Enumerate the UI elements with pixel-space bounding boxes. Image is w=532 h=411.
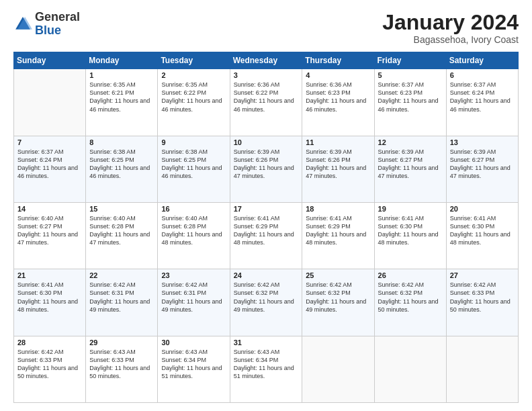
day-number: 16 — [161, 205, 226, 213]
logo: General Blue — [13, 11, 80, 38]
day-number: 21 — [17, 271, 82, 279]
calendar-cell: 13Sunrise: 6:39 AM Sunset: 6:27 PM Dayli… — [446, 136, 518, 202]
day-info: Sunrise: 6:41 AM Sunset: 6:29 PM Dayligh… — [306, 214, 370, 247]
day-number: 12 — [378, 138, 443, 146]
calendar-cell: 25Sunrise: 6:42 AM Sunset: 6:32 PM Dayli… — [302, 269, 374, 336]
calendar-cell: 15Sunrise: 6:40 AM Sunset: 6:28 PM Dayli… — [86, 202, 158, 269]
day-number: 7 — [17, 138, 82, 146]
day-info: Sunrise: 6:41 AM Sunset: 6:30 PM Dayligh… — [378, 214, 443, 247]
calendar-cell: 19Sunrise: 6:41 AM Sunset: 6:30 PM Dayli… — [374, 202, 446, 269]
calendar-week-1: 1Sunrise: 6:35 AM Sunset: 6:21 PM Daylig… — [14, 69, 519, 136]
calendar-cell: 29Sunrise: 6:43 AM Sunset: 6:33 PM Dayli… — [86, 336, 158, 402]
page: General Blue January 2024 Bagassehoa, Iv… — [0, 0, 532, 411]
day-number: 19 — [378, 205, 443, 213]
calendar-cell — [374, 336, 446, 402]
calendar-cell: 11Sunrise: 6:39 AM Sunset: 6:26 PM Dayli… — [302, 136, 374, 202]
day-info: Sunrise: 6:42 AM Sunset: 6:33 PM Dayligh… — [450, 281, 515, 314]
day-info: Sunrise: 6:36 AM Sunset: 6:23 PM Dayligh… — [306, 81, 370, 113]
day-number: 13 — [450, 138, 515, 146]
day-number: 17 — [234, 205, 299, 213]
calendar-cell — [302, 336, 374, 402]
day-number: 1 — [89, 71, 154, 79]
day-info: Sunrise: 6:42 AM Sunset: 6:32 PM Dayligh… — [378, 281, 443, 314]
col-friday: Friday — [374, 52, 446, 69]
calendar-cell: 26Sunrise: 6:42 AM Sunset: 6:32 PM Dayli… — [374, 269, 446, 336]
calendar-header-row: Sunday Monday Tuesday Wednesday Thursday… — [14, 52, 519, 69]
day-number: 24 — [234, 271, 299, 279]
day-info: Sunrise: 6:40 AM Sunset: 6:28 PM Dayligh… — [89, 214, 154, 247]
col-saturday: Saturday — [446, 52, 518, 69]
location: Bagassehoa, Ivory Coast — [382, 34, 519, 45]
day-info: Sunrise: 6:42 AM Sunset: 6:31 PM Dayligh… — [89, 281, 154, 314]
day-info: Sunrise: 6:38 AM Sunset: 6:25 PM Dayligh… — [161, 148, 226, 181]
day-info: Sunrise: 6:36 AM Sunset: 6:22 PM Dayligh… — [234, 81, 299, 113]
calendar-cell: 20Sunrise: 6:41 AM Sunset: 6:30 PM Dayli… — [446, 202, 518, 269]
day-number: 28 — [17, 338, 82, 347]
header: General Blue January 2024 Bagassehoa, Iv… — [13, 11, 519, 45]
day-number: 31 — [234, 338, 299, 347]
col-thursday: Thursday — [302, 52, 374, 69]
day-info: Sunrise: 6:37 AM Sunset: 6:24 PM Dayligh… — [450, 81, 515, 113]
calendar-cell: 2Sunrise: 6:35 AM Sunset: 6:22 PM Daylig… — [158, 69, 230, 136]
day-number: 2 — [161, 71, 226, 79]
day-info: Sunrise: 6:41 AM Sunset: 6:29 PM Dayligh… — [234, 214, 299, 247]
calendar-cell: 17Sunrise: 6:41 AM Sunset: 6:29 PM Dayli… — [230, 202, 302, 269]
day-number: 20 — [450, 205, 515, 213]
calendar-cell: 22Sunrise: 6:42 AM Sunset: 6:31 PM Dayli… — [86, 269, 158, 336]
calendar-cell: 23Sunrise: 6:42 AM Sunset: 6:31 PM Dayli… — [158, 269, 230, 336]
calendar-cell: 21Sunrise: 6:41 AM Sunset: 6:30 PM Dayli… — [14, 269, 86, 336]
calendar: Sunday Monday Tuesday Wednesday Thursday… — [13, 52, 519, 403]
day-number: 22 — [89, 271, 154, 279]
day-info: Sunrise: 6:42 AM Sunset: 6:31 PM Dayligh… — [161, 281, 226, 314]
day-number: 5 — [378, 71, 443, 79]
day-number: 15 — [89, 205, 154, 213]
logo-blue: Blue — [35, 24, 61, 37]
calendar-cell: 28Sunrise: 6:42 AM Sunset: 6:33 PM Dayli… — [14, 336, 86, 402]
month-year: January 2024 — [382, 11, 519, 34]
day-info: Sunrise: 6:43 AM Sunset: 6:34 PM Dayligh… — [234, 348, 299, 381]
calendar-cell: 10Sunrise: 6:39 AM Sunset: 6:26 PM Dayli… — [230, 136, 302, 202]
day-number: 30 — [161, 338, 226, 347]
day-number: 18 — [306, 205, 370, 213]
calendar-week-5: 28Sunrise: 6:42 AM Sunset: 6:33 PM Dayli… — [14, 336, 519, 402]
day-info: Sunrise: 6:37 AM Sunset: 6:24 PM Dayligh… — [17, 148, 82, 181]
day-info: Sunrise: 6:39 AM Sunset: 6:27 PM Dayligh… — [378, 148, 443, 181]
calendar-cell: 30Sunrise: 6:43 AM Sunset: 6:34 PM Dayli… — [158, 336, 230, 402]
calendar-cell: 8Sunrise: 6:38 AM Sunset: 6:25 PM Daylig… — [86, 136, 158, 202]
calendar-cell — [446, 336, 518, 402]
calendar-cell: 7Sunrise: 6:37 AM Sunset: 6:24 PM Daylig… — [14, 136, 86, 202]
day-number: 6 — [450, 71, 515, 79]
day-number: 8 — [89, 138, 154, 146]
col-tuesday: Tuesday — [158, 52, 230, 69]
calendar-cell — [14, 69, 86, 136]
day-info: Sunrise: 6:40 AM Sunset: 6:27 PM Dayligh… — [17, 214, 82, 247]
day-number: 14 — [17, 205, 82, 213]
calendar-week-4: 21Sunrise: 6:41 AM Sunset: 6:30 PM Dayli… — [14, 269, 519, 336]
logo-text: General Blue — [35, 11, 80, 38]
day-number: 9 — [161, 138, 226, 146]
day-info: Sunrise: 6:35 AM Sunset: 6:21 PM Dayligh… — [89, 81, 154, 113]
calendar-cell: 24Sunrise: 6:42 AM Sunset: 6:32 PM Dayli… — [230, 269, 302, 336]
logo-general: General — [35, 10, 80, 24]
day-number: 3 — [234, 71, 299, 79]
day-info: Sunrise: 6:40 AM Sunset: 6:28 PM Dayligh… — [161, 214, 226, 247]
day-info: Sunrise: 6:39 AM Sunset: 6:26 PM Dayligh… — [234, 148, 299, 181]
calendar-cell: 14Sunrise: 6:40 AM Sunset: 6:27 PM Dayli… — [14, 202, 86, 269]
day-info: Sunrise: 6:38 AM Sunset: 6:25 PM Dayligh… — [89, 148, 154, 181]
day-number: 10 — [234, 138, 299, 146]
col-monday: Monday — [86, 52, 158, 69]
calendar-cell: 6Sunrise: 6:37 AM Sunset: 6:24 PM Daylig… — [446, 69, 518, 136]
calendar-cell: 1Sunrise: 6:35 AM Sunset: 6:21 PM Daylig… — [86, 69, 158, 136]
calendar-cell: 18Sunrise: 6:41 AM Sunset: 6:29 PM Dayli… — [302, 202, 374, 269]
calendar-cell: 5Sunrise: 6:37 AM Sunset: 6:23 PM Daylig… — [374, 69, 446, 136]
col-sunday: Sunday — [14, 52, 86, 69]
day-number: 4 — [306, 71, 370, 79]
calendar-week-2: 7Sunrise: 6:37 AM Sunset: 6:24 PM Daylig… — [14, 136, 519, 202]
col-wednesday: Wednesday — [230, 52, 302, 69]
day-info: Sunrise: 6:42 AM Sunset: 6:33 PM Dayligh… — [17, 348, 82, 381]
logo-icon — [13, 15, 32, 34]
day-info: Sunrise: 6:41 AM Sunset: 6:30 PM Dayligh… — [17, 281, 82, 314]
day-info: Sunrise: 6:43 AM Sunset: 6:33 PM Dayligh… — [89, 348, 154, 381]
day-info: Sunrise: 6:42 AM Sunset: 6:32 PM Dayligh… — [234, 281, 299, 314]
calendar-cell: 12Sunrise: 6:39 AM Sunset: 6:27 PM Dayli… — [374, 136, 446, 202]
